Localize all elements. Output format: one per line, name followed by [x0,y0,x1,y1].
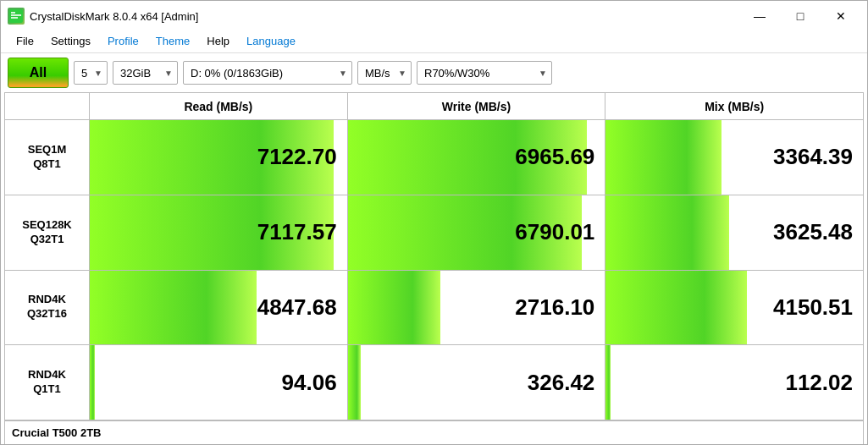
minimize-button[interactable]: — [740,5,779,27]
size-select[interactable]: 512MiB 1GiB 4GiB 16GiB 32GiB 64GiB [113,61,178,85]
read-cell-2: 4847.68 [90,271,348,346]
menu-help[interactable]: Help [198,32,238,50]
write-value-1: 6790.01 [515,219,594,245]
status-bar: Crucial T500 2TB [4,420,864,444]
loops-select-wrapper: 1 3 5 9 ▼ [74,61,108,85]
drive-select-wrapper: D: 0% (0/1863GiB) ▼ [183,61,352,85]
toolbar: All 1 3 5 9 ▼ 512MiB 1GiB 4GiB 16GiB 32G… [1,53,867,92]
write-value-2: 2716.10 [515,294,594,321]
unit-select[interactable]: MB/s GB/s IOPS μs [357,61,412,85]
window-controls: — □ ✕ [740,5,860,27]
size-select-wrapper: 512MiB 1GiB 4GiB 16GiB 32GiB 64GiB ▼ [113,61,178,85]
mix-cell-2: 4150.51 [605,271,864,346]
read-value-1: 7117.57 [257,219,337,245]
profile-select-wrapper: Default Peak Performance Real World R70%… [417,61,552,85]
read-value-2: 4847.68 [257,294,337,321]
write-cell-0: 6965.69 [348,120,606,195]
status-label: Crucial T500 2TB [12,426,102,439]
row-label-0: SEQ1MQ8T1 [5,120,90,195]
menu-settings[interactable]: Settings [42,32,99,50]
mix-cell-3: 112.02 [605,345,864,420]
app-icon [8,8,25,25]
read-value-3: 94.06 [282,370,337,396]
all-button[interactable]: All [8,58,69,88]
row-label-1: SEQ128KQ32T1 [5,195,90,271]
mix-cell-0: 3364.39 [605,120,864,195]
window-title: CrystalDiskMark 8.0.4 x64 [Admin] [30,10,740,23]
menu-language[interactable]: Language [238,32,304,50]
write-cell-3: 326.42 [348,345,606,420]
svg-rect-3 [11,12,15,14]
mix-value-0: 3364.39 [773,144,853,170]
title-bar: CrystalDiskMark 8.0.4 x64 [Admin] — □ ✕ [1,1,867,30]
benchmark-grid: Read (MB/s) Write (MB/s) Mix (MB/s) SEQ1… [4,92,864,420]
header-write: Write (MB/s) [348,93,606,120]
read-cell-1: 7117.57 [90,195,348,271]
grid-corner [5,93,90,120]
menu-bar: File Settings Profile Theme Help Languag… [1,30,867,53]
read-cell-0: 7122.70 [90,120,348,195]
menu-profile[interactable]: Profile [99,32,147,50]
header-mix: Mix (MB/s) [605,93,864,120]
read-cell-3: 94.06 [90,345,348,420]
maximize-button[interactable]: □ [781,5,820,27]
read-value-0: 7122.70 [257,144,337,170]
header-read: Read (MB/s) [90,93,348,120]
mix-value-1: 3625.48 [773,219,853,245]
profile-select[interactable]: Default Peak Performance Real World R70%… [417,61,552,85]
write-cell-2: 2716.10 [348,271,606,346]
svg-rect-2 [11,17,18,19]
mix-value-2: 4150.51 [773,294,853,321]
mix-value-3: 112.02 [785,370,853,396]
write-value-3: 326.42 [528,370,595,396]
row-label-3: RND4KQ1T1 [5,345,90,420]
unit-select-wrapper: MB/s GB/s IOPS μs ▼ [357,61,412,85]
close-button[interactable]: ✕ [821,5,860,27]
drive-select[interactable]: D: 0% (0/1863GiB) [183,61,352,85]
write-cell-1: 6790.01 [348,195,606,271]
row-label-2: RND4KQ32T16 [5,271,90,346]
menu-file[interactable]: File [8,32,42,50]
loops-select[interactable]: 1 3 5 9 [74,61,108,85]
svg-rect-1 [11,14,21,16]
mix-cell-1: 3625.48 [605,195,864,271]
write-value-0: 6965.69 [515,144,594,170]
main-window: CrystalDiskMark 8.0.4 x64 [Admin] — □ ✕ … [0,0,868,445]
menu-theme[interactable]: Theme [147,32,198,50]
